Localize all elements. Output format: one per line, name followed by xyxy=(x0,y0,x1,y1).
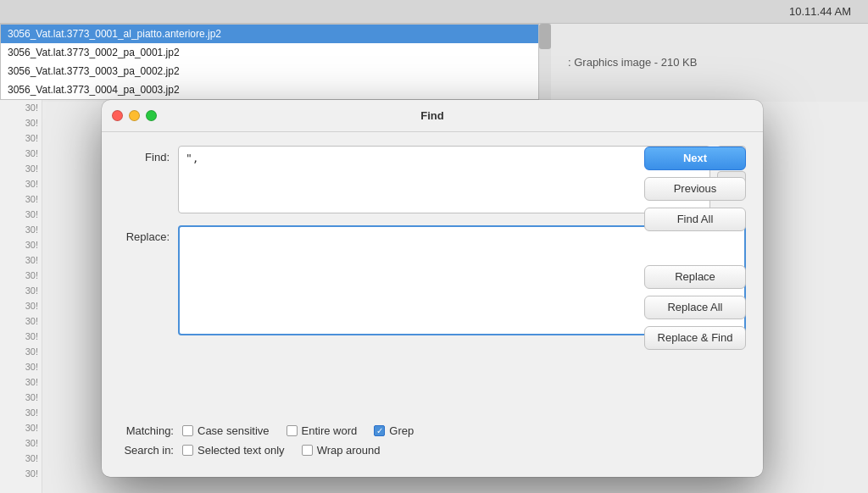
search-in-row: Search in: Selected text only Wrap aroun… xyxy=(119,444,746,457)
selected-text-only-checkbox[interactable] xyxy=(182,445,193,456)
wrap-around-label: Wrap around xyxy=(317,444,381,457)
row-num: 30! xyxy=(0,130,42,146)
case-sensitive-option[interactable]: Case sensitive xyxy=(182,424,270,437)
file-list-scrollbar[interactable] xyxy=(538,24,551,100)
row-num: 30! xyxy=(0,191,42,207)
replace-label: Replace: xyxy=(119,225,178,243)
selected-text-only-option[interactable]: Selected text only xyxy=(182,444,285,457)
dialog-titlebar: Find xyxy=(102,100,763,132)
matching-row: Matching: Case sensitive Entire word Gre… xyxy=(119,424,746,437)
selected-text-only-label: Selected text only xyxy=(198,444,285,457)
replace-all-button[interactable]: Replace All xyxy=(644,296,746,319)
row-num: 30! xyxy=(0,207,42,222)
wrap-around-option[interactable]: Wrap around xyxy=(302,444,381,457)
matching-label: Matching: xyxy=(119,424,182,437)
options-area: Matching: Case sensitive Entire word Gre… xyxy=(119,424,746,463)
row-num: 30! xyxy=(0,268,42,283)
grep-label: Grep xyxy=(389,424,414,437)
row-num: 30! xyxy=(0,313,42,329)
row-num: 30! xyxy=(0,146,42,161)
maximize-button[interactable] xyxy=(146,110,157,121)
find-input[interactable] xyxy=(178,146,710,213)
wrap-around-checkbox[interactable] xyxy=(302,445,313,456)
row-num: 30! xyxy=(0,298,42,313)
row-num: 30! xyxy=(0,420,42,435)
search-in-label: Search in: xyxy=(119,444,182,457)
find-action-buttons: Next Previous Find All xyxy=(644,147,746,231)
row-num: 30! xyxy=(0,435,42,451)
file-list-item[interactable]: 3056_Vat.lat.3773_0003_pa_0002.jp2 xyxy=(1,62,542,80)
title-buttons xyxy=(112,110,157,121)
entire-word-option[interactable]: Entire word xyxy=(287,424,358,437)
file-list-item[interactable]: 3056_Vat.lat.3773_0001_al_piatto.anterio… xyxy=(1,25,542,43)
row-numbers: 30! 30! 30! 30! 30! 30! 30! 30! 30! 30! … xyxy=(0,100,42,493)
row-num: 30! xyxy=(0,374,42,390)
close-button[interactable] xyxy=(112,110,123,121)
toolbar-bar: 10.11.44 AM xyxy=(0,0,868,24)
case-sensitive-checkbox[interactable] xyxy=(182,425,193,436)
row-num: 30! xyxy=(0,222,42,237)
row-num: 30! xyxy=(0,100,42,115)
row-num: 30! xyxy=(0,359,42,374)
row-num: 30! xyxy=(0,405,42,420)
next-button[interactable]: Next xyxy=(644,147,746,170)
row-num: 30! xyxy=(0,283,42,298)
entire-word-checkbox[interactable] xyxy=(287,425,298,436)
row-num: 30! xyxy=(0,115,42,130)
row-num: 30! xyxy=(0,252,42,268)
find-dialog: Find Find: 🕐 ▾ g ▾ xyxy=(102,100,763,477)
grep-checkbox[interactable] xyxy=(374,425,385,436)
minimize-button[interactable] xyxy=(129,110,140,121)
row-num: 30! xyxy=(0,161,42,176)
file-list-item[interactable]: 3056_Vat.lat.3773_0004_pa_0003.jp2 xyxy=(1,80,542,99)
find-all-button[interactable]: Find All xyxy=(644,208,746,231)
previous-button[interactable]: Previous xyxy=(644,177,746,201)
row-num: 30! xyxy=(0,329,42,344)
time-display: 10.11.44 AM xyxy=(789,0,868,24)
dialog-title: Find xyxy=(420,109,443,122)
replace-find-button[interactable]: Replace & Find xyxy=(644,326,746,350)
case-sensitive-label: Case sensitive xyxy=(198,424,270,437)
entire-word-label: Entire word xyxy=(302,424,358,437)
row-num: 30! xyxy=(0,344,42,359)
row-num: 30! xyxy=(0,237,42,252)
row-num: 30! xyxy=(0,466,42,481)
file-list-item[interactable]: 3056_Vat.lat.3773_0002_pa_0001.jp2 xyxy=(1,43,542,62)
find-label: Find: xyxy=(119,146,178,163)
file-list: 3056_Vat.lat.3773_0001_al_piatto.anterio… xyxy=(0,24,542,100)
replace-action-buttons: Replace Replace All Replace & Find xyxy=(644,265,746,350)
grep-option[interactable]: Grep xyxy=(374,424,414,437)
row-num: 30! xyxy=(0,451,42,466)
row-num: 30! xyxy=(0,176,42,191)
info-bar: : Graphics image - 210 KB xyxy=(551,24,868,100)
replace-button[interactable]: Replace xyxy=(644,265,746,289)
scrollbar-thumb[interactable] xyxy=(539,24,551,49)
row-num: 30! xyxy=(0,390,42,405)
